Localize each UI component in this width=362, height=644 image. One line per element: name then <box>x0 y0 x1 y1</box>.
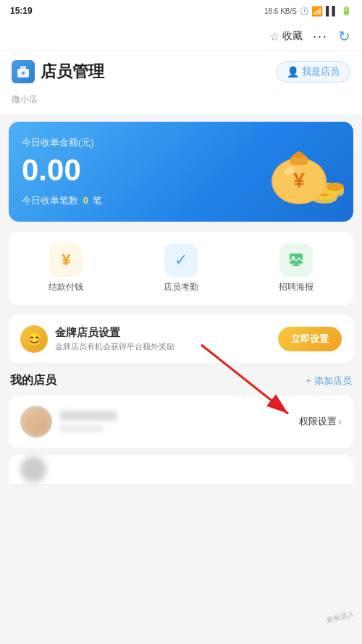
count-prefix: 今日收单笔数 <box>22 195 78 206</box>
banner-illustration: ¥ <box>252 129 346 209</box>
poster-label: 招聘海报 <box>279 281 313 293</box>
wifi-icon: 📶 <box>311 6 323 17</box>
status-icons: 18.6 KB/S 🕐 📶 ▌▌ 🔋 <box>264 6 352 17</box>
member-badge-button[interactable]: 👤 我是店员 <box>276 61 350 83</box>
staff-role <box>59 425 103 432</box>
poster-icon-wrap <box>279 243 313 277</box>
svg-point-2 <box>22 72 25 75</box>
quick-actions: ¥ 结款付钱 ✓ 店员考勤 招聘海报 <box>9 232 353 305</box>
svg-rect-1 <box>20 66 26 70</box>
checkout-icon: ¥ <box>62 251 70 269</box>
collect-button[interactable]: ☆ 收藏 <box>269 30 303 43</box>
signal-icon: ▌▌ <box>326 6 338 16</box>
gold-avatar: 😊 <box>20 325 48 353</box>
watermark: 来候选人 <box>325 609 355 626</box>
member-badge-label: 我是店员 <box>302 65 340 78</box>
svg-text:¥: ¥ <box>293 169 305 191</box>
count-suffix: 笔 <box>93 195 102 206</box>
battery-icon: 🔋 <box>341 6 352 16</box>
perm-label: 权限设置 <box>299 415 337 428</box>
chevron-right-icon: › <box>338 416 342 427</box>
section-header: 我的店员 + 添加店员 <box>9 373 353 388</box>
status-time: 15:19 <box>10 6 33 16</box>
permission-settings-button[interactable]: 权限设置 › <box>299 415 342 428</box>
page-title-icon <box>12 60 35 83</box>
staff-avatar-2 <box>20 456 46 482</box>
page-title: 店员管理 <box>41 61 104 83</box>
svg-point-13 <box>295 151 303 159</box>
gold-card-left: 😊 金牌店员设置 金牌店员有机会获得平台额外奖励 <box>20 325 174 353</box>
action-attendance[interactable]: ✓ 店员考勤 <box>124 243 239 293</box>
action-checkout[interactable]: ¥ 结款付钱 <box>9 243 124 293</box>
title-wrap: 店员管理 <box>12 60 104 83</box>
checkout-icon-wrap: ¥ <box>49 243 83 277</box>
page-header: 店员管理 👤 我是店员 <box>0 51 362 89</box>
attendance-label: 店员考勤 <box>164 281 198 293</box>
collect-label: 收藏 <box>282 30 303 43</box>
nav-bar: ☆ 收藏 ··· ↻ <box>0 22 362 51</box>
sub-header: 微小店 <box>0 89 362 114</box>
more-button[interactable]: ··· <box>313 29 328 44</box>
staff-avatar <box>20 406 52 438</box>
svg-rect-19 <box>295 264 297 265</box>
network-speed-icon: 18.6 KB/S <box>264 7 297 15</box>
clock-icon: 🕐 <box>300 7 308 15</box>
checkout-label: 结款付钱 <box>49 281 83 293</box>
gold-setup-button[interactable]: 立即设置 <box>278 327 342 351</box>
shop-name: 微小店 <box>12 94 38 104</box>
banner-card: 今日收单金额(元) 0.00 今日收单笔数 0 笔 <box>9 122 353 222</box>
gold-subtitle: 金牌店员有机会获得平台额外奖励 <box>55 341 174 352</box>
avatar-image <box>20 406 52 438</box>
main-content: 今日收单金额(元) 0.00 今日收单笔数 0 笔 <box>0 114 362 491</box>
section-title: 我的店员 <box>10 373 56 388</box>
staff-info <box>59 411 299 432</box>
attendance-icon: ✓ <box>174 251 188 269</box>
svg-point-9 <box>327 183 344 191</box>
add-staff-button[interactable]: + 添加店员 <box>306 375 352 388</box>
person-icon: 👤 <box>287 66 299 78</box>
gold-member-card: 😊 金牌店员设置 金牌店员有机会获得平台额外奖励 立即设置 <box>9 315 353 363</box>
staff-name <box>59 411 117 421</box>
refresh-button[interactable]: ↻ <box>338 28 350 45</box>
attendance-icon-wrap: ✓ <box>164 243 198 277</box>
star-icon: ☆ <box>269 30 279 43</box>
count-value: 0 <box>83 195 88 206</box>
poster-icon <box>287 251 305 269</box>
gold-title: 金牌店员设置 <box>55 326 174 340</box>
gold-info: 金牌店员设置 金牌店员有机会获得平台额外奖励 <box>55 326 174 352</box>
svg-rect-16 <box>290 254 303 264</box>
action-poster[interactable]: 招聘海报 <box>238 243 353 293</box>
staff-card: 权限设置 › <box>9 396 353 448</box>
staff-card-partial <box>9 455 353 484</box>
status-bar: 15:19 18.6 KB/S 🕐 📶 ▌▌ 🔋 <box>0 0 362 22</box>
